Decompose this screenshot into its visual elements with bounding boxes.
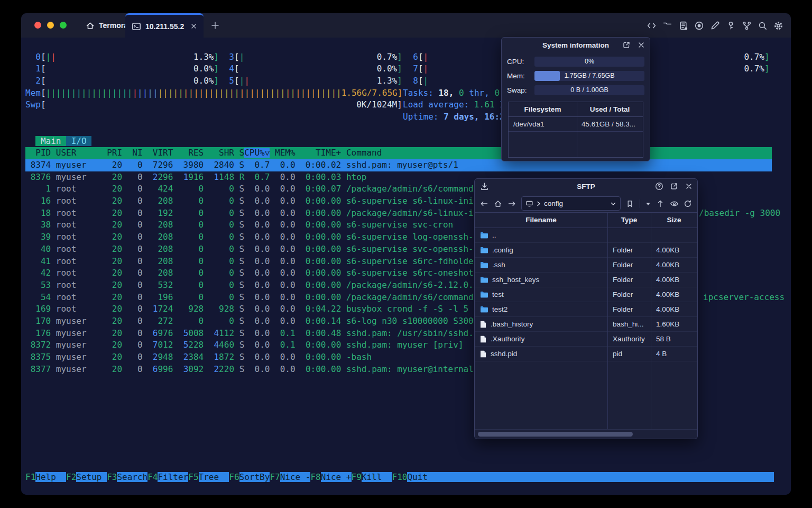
branch-icon[interactable] (742, 21, 752, 31)
fkey-action-help[interactable]: Help (35, 472, 66, 482)
current-directory: config (544, 199, 563, 207)
file-name: sshd.pid (491, 347, 517, 361)
path-breadcrumb[interactable]: config (521, 196, 621, 211)
fkey-f10: F10 (392, 472, 408, 482)
fkey-action-search[interactable]: Search (117, 472, 147, 482)
sftp-toolbar: config (475, 195, 697, 212)
folder-icon (480, 291, 488, 298)
tasks-icon[interactable] (678, 21, 688, 31)
bookmark-icon[interactable] (626, 199, 634, 208)
close-window-button[interactable] (34, 22, 41, 29)
file-row[interactable]: .configFolder4.00KB (475, 243, 697, 258)
file-icon (480, 335, 486, 343)
fkey-action-sortby[interactable]: SortBy (239, 472, 270, 482)
process-row[interactable]: 8374 myuser 20 0 7296 3980 2840 S 0.7 0.… (25, 159, 772, 171)
file-name: .Xauthority (491, 332, 525, 346)
process-row[interactable]: 54 root 20 0 196 0 0 S 0.0 0.0 0:00.00 /… (25, 292, 494, 304)
filesystem-row[interactable]: /dev/vda145.61GB / 58.3... (509, 117, 643, 132)
file-table: Filename Type Size ...configFolder4.00KB… (475, 212, 697, 429)
mem-meter-line: Mem[||||||||||||||||||||||||||||||||||||… (25, 87, 402, 99)
fkey-action-tree[interactable]: Tree (199, 472, 229, 482)
fkey-action-filter[interactable]: Filter (158, 472, 188, 482)
process-row[interactable]: 41 root 20 0 208 0 0 S 0.0 0.0 0:00.00 s… (25, 256, 478, 268)
open-in-window-icon[interactable] (622, 41, 631, 49)
process-row[interactable]: 42 root 20 0 208 0 0 S 0.0 0.0 0:00.00 s… (25, 267, 494, 279)
home-icon[interactable] (494, 199, 502, 208)
fkey-action-kill[interactable]: Kill (362, 472, 392, 482)
chevron-down-icon[interactable] (610, 201, 616, 207)
swap-usage-row: Swap: 0 B / 1.00GB (507, 85, 644, 95)
file-row[interactable]: .bash_historybash_hi...1.60KB (475, 317, 697, 332)
file-row[interactable]: .. (475, 228, 697, 243)
process-row[interactable]: 8377 myuser 20 0 6996 3092 2220 S 0.0 0.… (25, 364, 494, 376)
close-tab-icon[interactable] (190, 23, 197, 30)
session-tab[interactable]: 10.211.55.2 (125, 13, 204, 38)
home-icon (86, 21, 95, 30)
process-row[interactable]: 169 root 20 0 1724 928 928 S 0.0 0.0 0:0… (25, 303, 468, 315)
chevron-right-icon (536, 201, 541, 207)
forward-icon[interactable] (508, 199, 516, 208)
file-name: .ssh (492, 258, 505, 272)
process-row[interactable]: 8372 myuser 20 0 7012 5228 4460 S 0.0 0.… (25, 339, 464, 351)
open-in-window-icon[interactable] (670, 182, 678, 190)
file-table-header: Filename Type Size (475, 213, 697, 228)
folder-icon[interactable] (662, 21, 672, 31)
process-row[interactable]: 39 root 20 0 208 0 0 S 0.0 0.0 0:00.00 s… (25, 231, 494, 243)
zoom-window-button[interactable] (60, 22, 67, 29)
session-tab-label: 10.211.55.2 (145, 22, 184, 31)
record-icon[interactable] (694, 21, 704, 31)
home-tab-label: Termora (99, 21, 128, 30)
file-row[interactable]: .sshFolder4.00KB (475, 258, 697, 273)
show-hidden-icon[interactable] (670, 199, 678, 208)
process-row[interactable]: 53 root 20 0 532 0 0 S 0.0 0.0 0:00.00 /… (25, 279, 494, 292)
settings-icon[interactable] (773, 21, 783, 31)
filesystem-table-header: FilesystemUsed / Total (509, 102, 643, 117)
close-panel-icon[interactable] (637, 41, 645, 49)
process-row[interactable]: 16 root 20 0 208 0 0 S 0.0 0.0 0:00.00 s… (25, 195, 494, 207)
htop-screen-tabs[interactable]: Main I/O (25, 135, 91, 148)
fkey-action-nice[interactable]: Nice + (321, 472, 352, 482)
system-info-panel: System information CPU: 0% Mem: 1.75GB /… (501, 37, 650, 161)
file-row[interactable]: .XauthorityXauthority58 B (475, 332, 697, 347)
minimize-window-button[interactable] (47, 22, 54, 29)
process-row[interactable]: 40 root 20 0 208 0 0 S 0.0 0.0 0:00.00 s… (25, 243, 494, 256)
refresh-icon[interactable] (684, 199, 692, 208)
cpu-label: CPU: (507, 58, 534, 66)
cpu-progressbar: 0% (534, 57, 644, 67)
search-icon[interactable] (758, 21, 768, 31)
process-row[interactable]: 8376 myuser 20 0 2296 1916 1148 R 0.7 0.… (25, 171, 367, 184)
fkey-action-setup[interactable]: Setup (76, 472, 107, 482)
back-icon[interactable] (480, 199, 488, 208)
code-icon[interactable] (647, 21, 657, 31)
command-overflow-text: /basedir -g 3000 (699, 207, 780, 220)
process-row[interactable]: 170 myuser 20 0 272 0 0 S 0.0 0.0 0:00.1… (25, 315, 494, 328)
process-row[interactable]: 8375 myuser 20 0 2948 2384 1872 S 0.0 0.… (25, 351, 372, 364)
file-row[interactable]: ssh_host_keysFolder4.00KB (475, 273, 697, 287)
fkey-f9: F9 (352, 472, 362, 482)
close-panel-icon[interactable] (685, 182, 693, 190)
process-row[interactable]: 18 root 20 0 192 0 0 S 0.0 0.0 0:00.00 /… (25, 207, 494, 220)
fkey-action-quit[interactable]: Quit (407, 472, 774, 482)
process-table-header[interactable]: PID USER PRI NI VIRT RES SHR SCPU%▽ MEM%… (25, 147, 772, 159)
process-row[interactable]: 1 root 20 0 424 0 0 S 0.0 0.0 0:00.07 /p… (25, 183, 494, 195)
cpu-meter-line: 8[| (403, 75, 428, 87)
pencil-icon[interactable] (710, 21, 720, 31)
new-tab-button[interactable] (209, 20, 221, 31)
bookmark-dropdown-icon[interactable] (645, 199, 651, 208)
file-row[interactable]: test2Folder4.00KB (475, 302, 697, 317)
file-row[interactable]: testFolder4.00KB (475, 287, 697, 302)
fkey-action-nice[interactable]: Nice - (280, 472, 311, 482)
function-key-bar[interactable]: F1Help F2Setup F3SearchF4FilterF5Tree F6… (25, 471, 774, 484)
scrollbar-thumb[interactable] (478, 432, 633, 437)
process-row[interactable]: 38 root 20 0 208 0 0 S 0.0 0.0 0:00.00 s… (25, 219, 453, 231)
horizontal-scrollbar[interactable] (475, 429, 697, 439)
titlebar: Termora 10.211.55.2 (21, 13, 791, 38)
help-icon[interactable] (655, 182, 663, 190)
file-row[interactable]: sshd.pidpid4 B (475, 347, 697, 361)
key-icon[interactable] (726, 21, 736, 31)
process-row[interactable]: 176 myuser 20 0 6976 5008 4112 S 0.0 0.1… (25, 328, 489, 340)
fkey-f1: F1 (25, 472, 35, 482)
uptime-line: Uptime: 7 days, 16:28 (403, 111, 510, 123)
upload-icon[interactable] (656, 199, 665, 208)
terminal-icon (132, 22, 141, 31)
